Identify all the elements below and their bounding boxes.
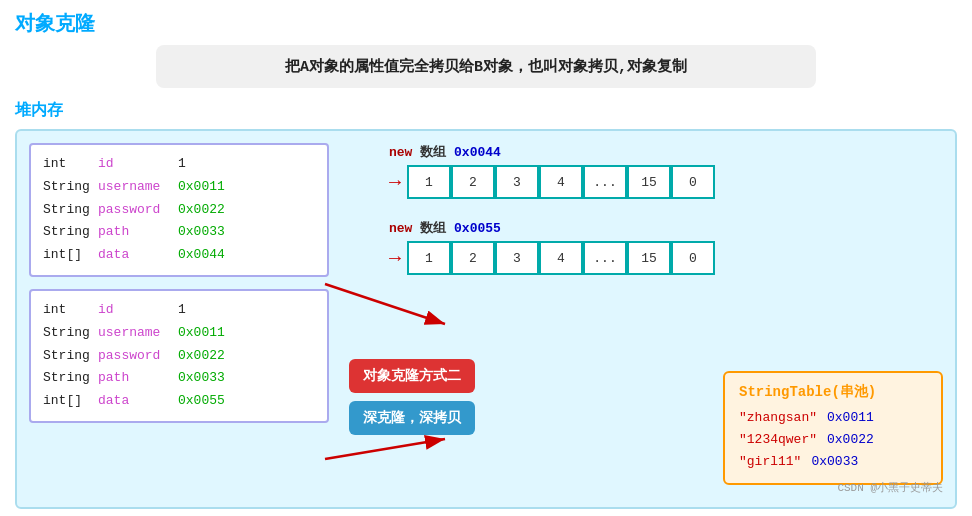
type-label: int: [43, 300, 98, 321]
array-cell: 3: [495, 241, 539, 275]
object-row: int[]data0x0055: [43, 390, 315, 413]
field-label: password: [98, 200, 178, 221]
new-keyword: new: [389, 145, 412, 160]
string-table-row: "1234qwer"0x0022: [739, 429, 927, 451]
type-label: String: [43, 177, 98, 198]
array-cell: 1: [407, 241, 451, 275]
array-cell: 0: [671, 165, 715, 199]
object-box-2: intid1Stringusername0x0011Stringpassword…: [29, 289, 329, 423]
object-row: intid1: [43, 299, 315, 322]
array-cell: 2: [451, 241, 495, 275]
field-label: id: [98, 300, 178, 321]
string-key: "1234qwer": [739, 429, 817, 451]
object-row: Stringpath0x0033: [43, 221, 315, 244]
array-cell: 4: [539, 241, 583, 275]
string-key: "zhangsan": [739, 407, 817, 429]
array-block-1: new 数组 0x0044 →1234...150: [349, 143, 943, 199]
object-row: Stringpath0x0033: [43, 367, 315, 390]
right-section: new 数组 0x0044 →1234...150 new 数组 0x0055 …: [349, 143, 943, 495]
array-cell: 2: [451, 165, 495, 199]
field-label: password: [98, 346, 178, 367]
object-row: Stringpassword0x0022: [43, 199, 315, 222]
type-label: String: [43, 323, 98, 344]
object-row: int[]data0x0044: [43, 244, 315, 267]
array-cells-1: →1234...150: [389, 165, 943, 199]
type-label: String: [43, 368, 98, 389]
object-row: Stringusername0x0011: [43, 322, 315, 345]
clone-button[interactable]: 对象克隆方式二: [349, 359, 475, 393]
type-label: String: [43, 200, 98, 221]
array-cell: 15: [627, 241, 671, 275]
type-label: int[]: [43, 391, 98, 412]
array-cell: ...: [583, 241, 627, 275]
heap-container: intid1Stringusername0x0011Stringpassword…: [15, 129, 957, 509]
value-label: 0x0033: [178, 222, 225, 243]
array-label-2: new 数组 0x0055: [389, 219, 943, 237]
array-addr: 0x0055: [454, 221, 501, 236]
type-label: int: [43, 154, 98, 175]
value-label: 0x0055: [178, 391, 225, 412]
string-table-row: "zhangsan"0x0011: [739, 407, 927, 429]
field-label: username: [98, 323, 178, 344]
value-label: 0x0022: [178, 346, 225, 367]
value-label: 1: [178, 300, 186, 321]
array-text: 数组: [420, 145, 446, 160]
string-val: 0x0033: [811, 451, 858, 473]
field-label: path: [98, 368, 178, 389]
type-label: String: [43, 346, 98, 367]
object-row: Stringusername0x0011: [43, 176, 315, 199]
field-label: username: [98, 177, 178, 198]
watermark: CSDN @小黑子史蒂夫: [837, 480, 943, 495]
value-label: 0x0011: [178, 177, 225, 198]
array-cells-2: →1234...150: [389, 241, 943, 275]
object-row: intid1: [43, 153, 315, 176]
array-cell: 4: [539, 165, 583, 199]
section-title: 堆内存: [15, 100, 957, 121]
description-box: 把A对象的属性值完全拷贝给B对象，也叫对象拷贝,对象复制: [156, 45, 815, 88]
field-label: data: [98, 245, 178, 266]
field-label: data: [98, 391, 178, 412]
left-objects: intid1Stringusername0x0011Stringpassword…: [29, 143, 329, 495]
array-label-1: new 数组 0x0044: [389, 143, 943, 161]
string-val: 0x0022: [827, 429, 874, 451]
string-key: "girl11": [739, 451, 801, 473]
field-label: id: [98, 154, 178, 175]
new-keyword: new: [389, 221, 412, 236]
value-label: 1: [178, 154, 186, 175]
value-label: 0x0044: [178, 245, 225, 266]
value-label: 0x0033: [178, 368, 225, 389]
array-arrow-icon: →: [389, 247, 401, 270]
deep-clone-button[interactable]: 深克隆，深拷贝: [349, 401, 475, 435]
string-table-row: "girl11"0x0033: [739, 451, 927, 473]
value-label: 0x0011: [178, 323, 225, 344]
array-addr: 0x0044: [454, 145, 501, 160]
array-cell: 1: [407, 165, 451, 199]
array-cell: 15: [627, 165, 671, 199]
array-arrow-icon: →: [389, 171, 401, 194]
field-label: path: [98, 222, 178, 243]
array-cell: ...: [583, 165, 627, 199]
array-block-2: new 数组 0x0055 →1234...150: [349, 219, 943, 275]
value-label: 0x0022: [178, 200, 225, 221]
object-box-1: intid1Stringusername0x0011Stringpassword…: [29, 143, 329, 277]
array-cell: 0: [671, 241, 715, 275]
type-label: String: [43, 222, 98, 243]
array-cell: 3: [495, 165, 539, 199]
type-label: int[]: [43, 245, 98, 266]
array-text: 数组: [420, 221, 446, 236]
string-table-title: StringTable(串池): [739, 383, 927, 401]
page-title: 对象克隆: [15, 10, 957, 37]
string-val: 0x0011: [827, 407, 874, 429]
object-row: Stringpassword0x0022: [43, 345, 315, 368]
string-table: StringTable(串池) "zhangsan"0x0011"1234qwe…: [723, 371, 943, 485]
